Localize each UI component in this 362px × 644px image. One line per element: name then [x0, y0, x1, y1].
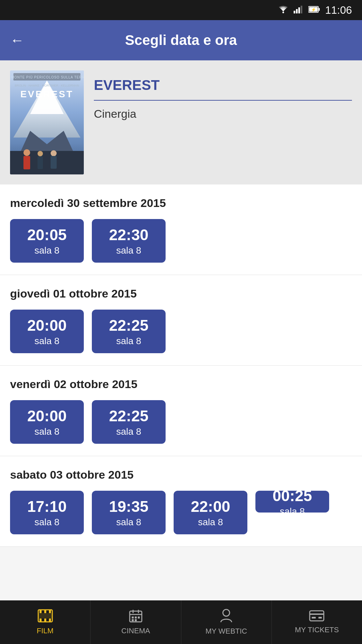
svg-rect-45 — [318, 617, 322, 619]
status-icons: ⚡ 11:06 — [278, 4, 352, 16]
date-section-thu: giovedì 01 ottobre 201520:00sala 822:25s… — [0, 275, 362, 366]
svg-point-0 — [282, 11, 284, 13]
movie-title: EVEREST — [94, 77, 352, 101]
svg-rect-19 — [51, 156, 57, 169]
movie-poster: IL MONTE PIÙ PERICOLOSO SULLA TERRA BROL… — [10, 70, 84, 174]
nav-label-film: FILM — [37, 627, 54, 635]
back-button[interactable]: ← — [10, 32, 24, 48]
svg-point-14 — [23, 149, 30, 156]
nav-item-cinema[interactable]: CINEMA — [90, 600, 181, 644]
nav-label-cinema: CINEMA — [121, 627, 150, 635]
nav-item-mytickets[interactable]: MY TICKETS — [272, 600, 362, 644]
nav-item-film[interactable]: FILM — [0, 600, 90, 644]
svg-rect-42 — [310, 611, 324, 621]
svg-rect-44 — [312, 617, 316, 619]
svg-rect-3 — [298, 7, 300, 13]
time-value-wed-1: 22:30 — [109, 226, 148, 244]
movie-info-section: IL MONTE PIÙ PERICOLOSO SULLA TERRA BROL… — [0, 60, 362, 184]
date-section-fri: venerdì 02 ottobre 201520:00sala 822:25s… — [0, 366, 362, 456]
svg-rect-27 — [44, 610, 46, 613]
bottom-nav: FILM CINEMA MY WEBTIC MY TICKETS — [0, 600, 362, 644]
room-value-fri-1: sala 8 — [116, 426, 141, 437]
time-btn-fri-0[interactable]: 20:00sala 8 — [10, 400, 84, 444]
svg-rect-31 — [49, 619, 51, 622]
date-label-fri: venerdì 02 ottobre 2015 — [10, 378, 352, 391]
time-value-fri-0: 20:00 — [27, 407, 67, 425]
time-value-sat-1: 19:35 — [109, 497, 148, 516]
time-buttons-wed: 20:05sala 822:30sala 8 — [10, 219, 352, 263]
room-value-thu-1: sala 8 — [116, 336, 141, 346]
time-buttons-sat: 17:10sala 819:35sala 822:00sala 800:25sa… — [10, 491, 352, 534]
room-value-thu-0: sala 8 — [35, 336, 60, 346]
svg-rect-4 — [301, 6, 302, 13]
status-time: 11:06 — [325, 4, 352, 16]
time-btn-sat-1[interactable]: 19:35sala 8 — [92, 491, 166, 534]
svg-rect-40 — [135, 619, 137, 621]
time-value-sat-2: 22:00 — [191, 497, 230, 516]
status-bar: ⚡ 11:06 — [0, 0, 362, 20]
time-value-fri-1: 22:25 — [109, 407, 148, 425]
schedule-container: mercoledì 30 settembre 201520:05sala 822… — [0, 184, 362, 547]
time-value-thu-0: 20:00 — [27, 316, 67, 334]
date-label-thu: giovedì 01 ottobre 2015 — [10, 287, 352, 300]
time-buttons-fri: 20:00sala 822:25sala 8 — [10, 400, 352, 444]
time-btn-wed-1[interactable]: 22:30sala 8 — [92, 219, 166, 263]
date-label-sat: sabato 03 ottobre 2015 — [10, 468, 352, 481]
svg-text:EVEREST: EVEREST — [20, 89, 74, 99]
date-section-wed: mercoledì 30 settembre 201520:05sala 822… — [0, 184, 362, 275]
svg-rect-1 — [294, 11, 295, 13]
time-value-wed-0: 20:05 — [27, 226, 67, 244]
room-value-wed-0: sala 8 — [35, 245, 60, 256]
svg-text:IL MONTE PIÙ PERICOLOSO SULLA : IL MONTE PIÙ PERICOLOSO SULLA TERRA — [10, 75, 84, 79]
time-btn-sat-3[interactable]: 00:25sala 8 — [255, 491, 329, 513]
date-label-wed: mercoledì 30 settembre 2015 — [10, 197, 352, 210]
person-icon — [220, 609, 232, 624]
svg-rect-28 — [49, 610, 51, 613]
room-value-sat-2: sala 8 — [198, 517, 223, 528]
nav-label-mytickets: MY TICKETS — [295, 626, 339, 634]
svg-point-41 — [223, 609, 230, 616]
time-value-thu-1: 22:25 — [109, 316, 148, 334]
battery-icon: ⚡ — [308, 5, 320, 15]
toolbar: ← Scegli data e ora — [0, 20, 362, 60]
card-icon — [309, 610, 324, 623]
svg-rect-30 — [44, 619, 46, 622]
page-title: Scegli data e ora — [34, 32, 328, 48]
time-btn-fri-1[interactable]: 22:25sala 8 — [92, 400, 166, 444]
time-btn-thu-1[interactable]: 22:25sala 8 — [92, 310, 166, 353]
room-value-fri-0: sala 8 — [35, 426, 60, 437]
time-value-sat-0: 17:10 — [27, 497, 67, 516]
room-value-sat-0: sala 8 — [35, 517, 60, 528]
svg-rect-17 — [38, 156, 43, 169]
svg-rect-37 — [135, 616, 137, 619]
date-section-sat: sabato 03 ottobre 201517:10sala 819:35sa… — [0, 456, 362, 547]
movie-details: EVEREST Cinergia — [94, 70, 352, 120]
nav-label-mywebtic: MY WEBTIC — [205, 627, 247, 636]
svg-point-18 — [51, 150, 57, 156]
svg-text:⚡: ⚡ — [311, 7, 316, 12]
svg-rect-39 — [132, 619, 134, 621]
svg-text:BROLIN · HAWKE · MORTIMER · KE: BROLIN · HAWKE · MORTIMER · KELLERMAN — [15, 84, 79, 87]
time-value-sat-3: 00:25 — [273, 491, 312, 505]
svg-rect-26 — [40, 610, 42, 613]
time-buttons-thu: 20:00sala 822:25sala 8 — [10, 310, 352, 353]
time-btn-sat-2[interactable]: 22:00sala 8 — [174, 491, 247, 534]
svg-rect-2 — [296, 9, 298, 13]
room-value-sat-3: sala 8 — [280, 506, 305, 513]
svg-rect-13 — [10, 151, 84, 174]
room-value-sat-1: sala 8 — [116, 517, 141, 528]
calendar-icon — [129, 609, 142, 624]
movie-cinema: Cinergia — [94, 107, 352, 120]
svg-point-16 — [38, 151, 43, 156]
time-btn-thu-0[interactable]: 20:00sala 8 — [10, 310, 84, 353]
signal-icon — [294, 5, 304, 16]
room-value-wed-1: sala 8 — [116, 245, 141, 256]
film-icon — [38, 609, 53, 624]
svg-rect-25 — [38, 613, 52, 619]
time-btn-sat-0[interactable]: 17:10sala 8 — [10, 491, 84, 534]
time-btn-wed-0[interactable]: 20:05sala 8 — [10, 219, 84, 263]
nav-item-mywebtic[interactable]: MY WEBTIC — [181, 600, 272, 644]
svg-rect-6 — [318, 8, 320, 11]
svg-rect-15 — [23, 156, 30, 169]
wifi-icon — [278, 5, 289, 16]
